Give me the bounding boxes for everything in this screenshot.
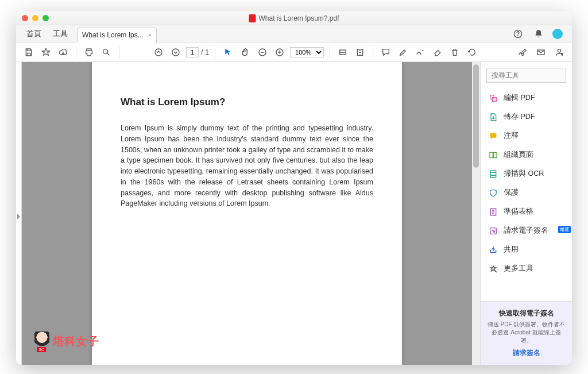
organize-icon xyxy=(489,151,498,160)
promo-title: 快速取得電子簽名 xyxy=(486,309,566,318)
tool-share[interactable]: 共用 xyxy=(483,240,570,259)
tool-edit-pdf[interactable]: 編輯 PDF xyxy=(483,88,570,107)
content-area: What is Lorem Ipsum? Lorem Ipsum is simp… xyxy=(16,62,572,365)
tool-label: 準備表格 xyxy=(504,207,533,217)
tool-label: 更多工具 xyxy=(504,264,533,273)
tool-esign[interactable]: 請求電子簽名精選 xyxy=(483,221,570,240)
search-doc-icon[interactable] xyxy=(99,45,113,59)
tool-organize[interactable]: 組織頁面 xyxy=(483,145,570,164)
svg-rect-17 xyxy=(490,171,496,178)
svg-rect-16 xyxy=(494,152,497,157)
tool-comment[interactable]: 注釋 xyxy=(483,126,570,145)
app-window: What is Lorem Ipsum?.pdf 首頁 工具 What is L… xyxy=(16,11,572,365)
tools-list: 編輯 PDF轉存 PDF注釋組織頁面掃描與 OCR保護準備表格請求電子簽名精選共… xyxy=(481,88,572,301)
cloud-icon[interactable] xyxy=(56,45,70,59)
left-rail[interactable] xyxy=(16,62,22,365)
window-title: What is Lorem Ipsum?.pdf xyxy=(249,14,339,22)
export-pdf-icon xyxy=(489,113,498,122)
tool-more[interactable]: 更多工具 xyxy=(483,259,570,278)
tool-label: 編輯 PDF xyxy=(504,93,535,103)
zoom-out-icon[interactable] xyxy=(256,45,269,59)
help-icon[interactable] xyxy=(511,27,525,41)
zoom-select[interactable]: 100% xyxy=(290,47,324,57)
zoom-in-icon[interactable] xyxy=(273,45,287,59)
page-input-group: / 1 xyxy=(186,47,209,57)
tool-label: 共用 xyxy=(504,245,519,255)
save-icon[interactable] xyxy=(22,45,36,59)
erase-icon[interactable] xyxy=(431,45,444,59)
tool-scan-ocr[interactable]: 掃描與 OCR xyxy=(483,164,570,183)
hand-tool-icon[interactable] xyxy=(238,45,252,59)
comment-icon[interactable] xyxy=(379,45,393,59)
page-up-icon[interactable] xyxy=(152,45,165,59)
svg-point-1 xyxy=(518,36,519,36)
tool-label: 掃描與 OCR xyxy=(504,169,544,179)
select-tool-icon[interactable] xyxy=(221,45,235,59)
watermark-text: 塔科女子 xyxy=(53,334,99,349)
notifications-icon[interactable] xyxy=(532,27,546,41)
tab-label: What is Lorem Ips... xyxy=(82,31,144,39)
tool-form[interactable]: 準備表格 xyxy=(483,202,570,221)
window-title-text: What is Lorem Ipsum?.pdf xyxy=(258,14,339,22)
promo-link[interactable]: 請求簽名 xyxy=(486,348,566,358)
tool-export-pdf[interactable]: 轉存 PDF xyxy=(483,107,570,126)
tool-label: 請求電子簽名 xyxy=(504,226,548,236)
scan-ocr-icon xyxy=(489,169,498,179)
search-tools-input[interactable] xyxy=(486,68,566,83)
tool-badge: 精選 xyxy=(558,226,571,233)
watermark: SC 塔科女子 xyxy=(34,331,99,351)
star-icon[interactable] xyxy=(39,45,53,59)
share-icon xyxy=(489,245,498,255)
user-avatar[interactable] xyxy=(552,29,563,39)
document-viewport[interactable]: What is Lorem Ipsum? Lorem Ipsum is simp… xyxy=(22,62,472,365)
promo-panel: 快速取得電子簽名 傳送 PDF 以供簽署。收件者不必透過 Acrobat 就能線… xyxy=(481,301,572,365)
tool-label: 轉存 PDF xyxy=(504,112,535,122)
esign-icon xyxy=(489,226,498,236)
maximize-window-button[interactable] xyxy=(42,15,49,21)
minimize-window-button[interactable] xyxy=(32,15,38,21)
traffic-lights xyxy=(22,15,49,21)
draw-icon[interactable] xyxy=(413,45,427,59)
edit-pdf-icon xyxy=(489,94,498,103)
fit-page-icon[interactable] xyxy=(353,45,367,59)
svg-point-4 xyxy=(155,49,162,56)
svg-point-11 xyxy=(558,49,560,52)
watermark-badge: SC xyxy=(37,347,46,352)
menu-home[interactable]: 首頁 xyxy=(21,29,47,39)
tool-protect[interactable]: 保護 xyxy=(483,183,570,202)
pdf-page: What is Lorem Ipsum? Lorem Ipsum is simp… xyxy=(92,62,402,365)
document-body: Lorem Ipsum is simply dummy text of the … xyxy=(121,123,373,209)
page-down-icon[interactable] xyxy=(169,45,183,59)
document-heading: What is Lorem Ipsum? xyxy=(121,97,373,108)
page-number-input[interactable] xyxy=(186,47,199,57)
svg-point-3 xyxy=(103,49,108,53)
rotate-icon[interactable] xyxy=(465,45,479,59)
page-total: 1 xyxy=(205,48,209,56)
form-icon xyxy=(489,207,498,217)
menubar: 首頁 工具 What is Lorem Ips... × xyxy=(16,25,572,43)
comment-icon xyxy=(489,132,498,141)
svg-rect-15 xyxy=(490,152,493,157)
menu-tools[interactable]: 工具 xyxy=(47,29,74,39)
svg-point-5 xyxy=(172,49,179,56)
protect-icon xyxy=(489,188,498,198)
expand-rail-icon xyxy=(17,214,20,219)
tool-label: 保護 xyxy=(504,188,519,198)
sign-icon[interactable] xyxy=(516,45,529,59)
scrollbar-track[interactable] xyxy=(472,62,480,365)
fit-width-icon[interactable] xyxy=(336,45,350,59)
close-tab-button[interactable]: × xyxy=(148,32,152,38)
scrollbar-thumb[interactable] xyxy=(473,64,479,168)
print-icon[interactable] xyxy=(82,45,96,59)
pdf-file-icon xyxy=(249,14,256,22)
share-circle-icon[interactable] xyxy=(552,45,566,59)
toolbar: / 1 100% xyxy=(16,43,572,62)
svg-point-12 xyxy=(561,53,563,55)
close-window-button[interactable] xyxy=(22,15,28,21)
email-icon[interactable] xyxy=(534,45,548,59)
delete-icon[interactable] xyxy=(448,45,462,59)
promo-body: 傳送 PDF 以供簽署。收件者不必透過 Acrobat 就能線上簽署。 xyxy=(486,321,566,345)
tool-label: 組織頁面 xyxy=(504,150,533,160)
document-tab[interactable]: What is Lorem Ips... × xyxy=(77,28,157,43)
highlight-icon[interactable] xyxy=(396,45,410,59)
